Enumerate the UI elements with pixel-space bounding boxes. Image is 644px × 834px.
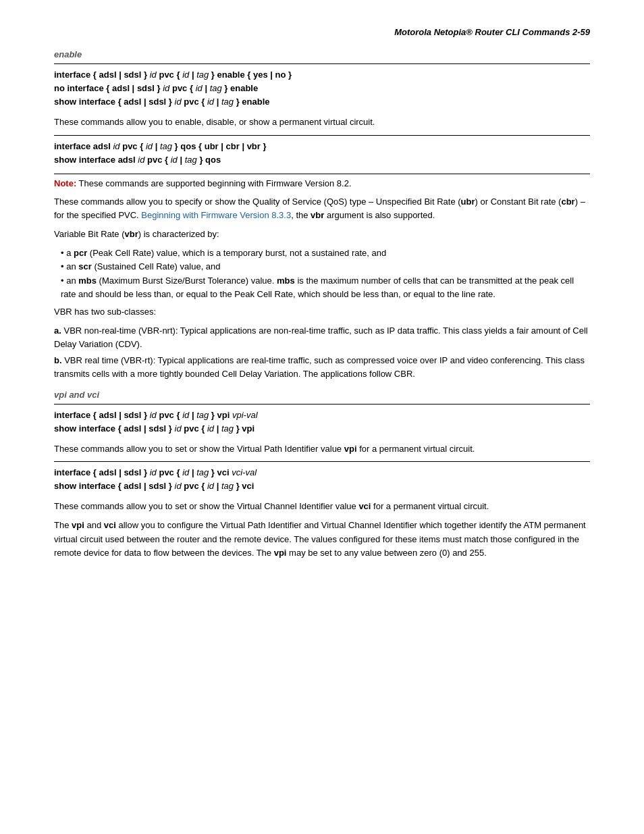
vci-cmd-2: show interface { adsl | sdsl } id pvc { …: [54, 479, 590, 493]
vbr-b: b. VBR real time (VBR-rt): Typical appli…: [54, 354, 590, 381]
bullet-2: • an scr (Sustained Cell Rate) value, an…: [61, 260, 590, 273]
qos-cmd-block: interface adsl id pvc { id | tag } qos {…: [54, 135, 590, 167]
enable-cmd-3: show interface { adsl | sdsl } id pvc { …: [54, 95, 590, 109]
bullet-3: • an mbs (Maximum Burst Size/Burst Toler…: [61, 274, 590, 301]
note-text: These commands are supported beginning w…: [76, 178, 351, 188]
page-header: Motorola Netopia® Router CLI Commands 2-…: [54, 27, 590, 37]
page-title: Motorola Netopia® Router CLI Commands 2-…: [394, 27, 590, 37]
vpivci-section-label: vpi and vci: [54, 390, 590, 400]
enable-cmd-1: interface { adsl | sdsl } id pvc { id | …: [54, 68, 590, 82]
vci-cmd-block: interface { adsl | sdsl } id pvc { id | …: [54, 461, 590, 493]
note-label: Note:: [54, 178, 76, 188]
enable-cmd-block: interface { adsl | sdsl } id pvc { id | …: [54, 63, 590, 109]
vbr-subclasses: VBR has two sub-classes:: [54, 305, 590, 319]
vpi-cmd-block: interface { adsl | sdsl } id pvc { id | …: [54, 404, 590, 436]
qos-desc2: Variable Bit Rate (vbr) is characterized…: [54, 228, 590, 241]
qos-cmd-2: show interface adsl id pvc { id | tag } …: [54, 153, 590, 167]
enable-section-label: enable: [54, 49, 590, 59]
bullet-list: • a pcr (Peak Cell Rate) value, which is…: [61, 246, 590, 301]
vpi-desc: These commands allow you to set or show …: [54, 442, 590, 456]
vci-cmd-1: interface { adsl | sdsl } id pvc { id | …: [54, 466, 590, 479]
vpi-cmd-2: show interface { adsl | sdsl } id pvc { …: [54, 422, 590, 436]
vci-desc: These commands allow you to set or show …: [54, 500, 590, 513]
vbr-a: a. VBR non-real-time (VBR-nrt): Typical …: [54, 324, 590, 351]
note-block: Note: These commands are supported begin…: [54, 174, 590, 188]
firmware-link[interactable]: Beginning with Firmware Version 8.3.3: [141, 210, 291, 220]
enable-desc: These commands allow you to enable, disa…: [54, 115, 590, 129]
qos-desc1: These commands allow you to specify or s…: [54, 195, 590, 222]
enable-cmd-2: no interface { adsl | sdsl } id pvc { id…: [54, 82, 590, 95]
vpi-cmd-1: interface { adsl | sdsl } id pvc { id | …: [54, 409, 590, 422]
qos-cmd-1: interface adsl id pvc { id | tag } qos {…: [54, 140, 590, 153]
vpivci-desc: The vpi and vci allow you to configure t…: [54, 519, 590, 559]
bullet-1: • a pcr (Peak Cell Rate) value, which is…: [61, 246, 590, 260]
